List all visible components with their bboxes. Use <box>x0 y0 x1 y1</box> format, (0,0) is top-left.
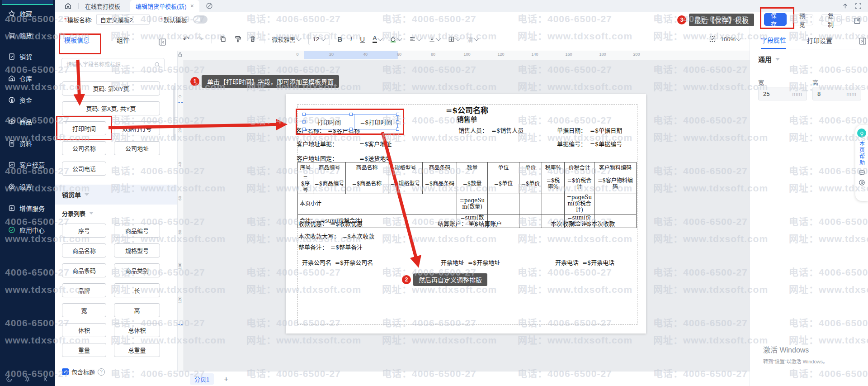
selection-handle[interactable] <box>302 113 306 116</box>
copy-button[interactable]: 复制 <box>821 14 842 25</box>
doc-account-line[interactable]: 结算账户：=$结算账户 <box>438 219 502 228</box>
field-button-total-weight[interactable]: 总重量 <box>114 343 160 357</box>
close-tab-icon[interactable]: × <box>190 2 194 10</box>
tab-template-info[interactable]: 模板信息 <box>64 35 90 44</box>
selection-handle[interactable] <box>302 120 306 124</box>
field-button-page-x-y[interactable]: 页码: 第X页, 共Y页 <box>62 101 160 115</box>
collapse-float-bar-icon[interactable] <box>859 179 865 186</box>
field-button-row-number[interactable]: 数据行行号 <box>114 121 160 135</box>
sidebar-item-sales[interactable]: 销货 <box>0 48 55 66</box>
sidebar-item-value-added[interactable]: 增值服务 <box>0 199 55 217</box>
field-button-page-xy[interactable]: 页码: 第X/Y页 <box>62 81 160 95</box>
sidebar-item-favorites[interactable]: 收藏 <box>0 5 55 23</box>
field-search-input[interactable] <box>66 61 154 68</box>
page-help-button[interactable]: 本页帮助 <box>858 141 866 166</box>
collapse-panel-icon[interactable] <box>158 38 166 46</box>
italic-button[interactable]: I <box>350 35 352 43</box>
section-entry-list[interactable]: 分录列表 <box>55 207 177 219</box>
field-button-weight[interactable]: 重量 <box>62 343 106 357</box>
field-button-barcode[interactable]: 商品条码 <box>62 263 106 277</box>
template-name-input[interactable] <box>96 14 150 25</box>
selection-handle[interactable] <box>302 128 306 131</box>
section-general-label[interactable]: 通用 <box>758 54 772 64</box>
dark-mode-moon-icon[interactable] <box>6 376 13 382</box>
doc-invoice-company-line[interactable]: 开票公司名=$开票公司名 <box>302 258 373 267</box>
doc-received-cap-line[interactable]: 本次收款大写：=$本次收款 <box>298 232 374 240</box>
sidebar-item-goods[interactable]: 商品 <box>0 113 55 131</box>
sidebar-item-funds[interactable]: 资金 <box>0 91 55 109</box>
sidebar-item-customer-ops[interactable]: 客户经营 <box>0 156 55 174</box>
field-button-brand[interactable]: 品牌 <box>62 283 106 297</box>
field-button-company-name[interactable]: 公司名称 <box>62 141 106 155</box>
expand-window-icon[interactable] <box>854 17 861 24</box>
field-button-seq[interactable]: 序号 <box>62 224 106 238</box>
tab-overflow-icon[interactable] <box>206 2 213 10</box>
copy-icon[interactable] <box>219 35 226 43</box>
field-button-length[interactable]: 长 <box>114 283 160 297</box>
help-question-icon[interactable]: ? <box>98 368 105 376</box>
panel-scrollbar[interactable] <box>173 86 175 140</box>
underline-button[interactable]: U <box>360 35 365 43</box>
feedback-chat-icon[interactable] <box>859 169 865 176</box>
sidebar-item-warehouse[interactable]: 仓库 <box>0 69 55 87</box>
selection-handle[interactable] <box>349 113 353 116</box>
height-input[interactable]: 8 mm <box>812 87 861 100</box>
print-time-label-cell[interactable]: 打印时间 <box>304 114 354 129</box>
doc-address2-line[interactable]: 客户地址固定：=$送货地址 <box>297 154 392 162</box>
doc-address1-line[interactable]: 客户地址单据：=$客户地址 <box>297 139 392 148</box>
fullscreen-icon[interactable] <box>855 3 862 10</box>
fit-selection-icon[interactable] <box>709 35 716 43</box>
selection-handle[interactable] <box>396 128 399 131</box>
sidebar-item-settings[interactable]: 设置 <box>0 177 55 195</box>
sidebar-item-app-center[interactable]: 应用中心 <box>0 221 55 239</box>
sidebar-item-archive[interactable]: 资料 <box>0 134 55 152</box>
brightness-icon[interactable] <box>24 376 31 382</box>
include-title-checkbox[interactable]: ✓ <box>62 368 69 375</box>
tab-components[interactable]: 组件 <box>117 35 129 44</box>
undo-icon[interactable]: ↶ <box>183 34 189 44</box>
collapse-sidebar-icon[interactable] <box>42 376 49 382</box>
selected-print-time-widget[interactable]: 打印时间 =$打印时间 <box>304 114 398 129</box>
print-time-value-cell[interactable]: =$打印时间 <box>355 114 397 129</box>
fill-color-button[interactable] <box>390 36 401 43</box>
template-sheet[interactable]: =$公司名称 销售单 打印时间 =$打印时间 客户名称：=$客户名称 销售人员：… <box>286 94 646 334</box>
field-button-item-name[interactable]: 商品名称 <box>62 243 106 257</box>
field-button-item-no[interactable]: 商品编号 <box>114 224 160 238</box>
format-painter-icon[interactable] <box>234 35 241 43</box>
field-button-category[interactable]: 商品类别 <box>114 263 160 277</box>
home-icon[interactable] <box>64 2 72 10</box>
sidebar-item-purchase[interactable]: 购货 <box>0 26 55 44</box>
delete-icon[interactable] <box>249 35 256 43</box>
items-table[interactable]: 序号商品编号 商品名称规格型号 商品条码数量 单位单价 税率%价税合计 客户物料… <box>297 162 637 228</box>
align-button[interactable] <box>409 36 421 43</box>
doc-remark-line[interactable]: 整单备注：=$整单备注 <box>298 243 363 251</box>
doc-invoice-tel-line[interactable]: 开票电话=$开票电话 <box>555 258 614 267</box>
field-button-company-address[interactable]: 公司地址 <box>114 141 160 155</box>
page-tab-1[interactable]: 分页1 <box>190 373 214 385</box>
save-button[interactable]: 保存 <box>764 13 787 26</box>
doc-number-line[interactable]: 单据编号：=$单据编号 <box>557 139 622 148</box>
bold-button[interactable]: B <box>338 35 343 43</box>
help-bulb-icon[interactable] <box>857 129 866 138</box>
doc-received-line[interactable]: 本次收款：=$本次收款 <box>551 219 615 228</box>
selection-handle[interactable] <box>349 128 353 131</box>
vertical-align-button[interactable] <box>429 36 440 43</box>
collapse-right-panel-icon[interactable] <box>859 37 867 45</box>
tab-template-list[interactable]: 在线套打模板 <box>85 2 120 10</box>
add-page-button[interactable]: + <box>224 375 228 384</box>
field-button-total-volume[interactable]: 总体积 <box>114 323 160 337</box>
field-button-width[interactable]: 宽 <box>62 303 106 317</box>
selection-handle[interactable] <box>396 113 399 116</box>
field-button-print-time[interactable]: 打印时间 <box>62 121 106 135</box>
doc-date-line[interactable]: 单据日期：=$单据日期 <box>557 126 622 134</box>
tab-edit-template[interactable]: 编辑销货单模板(新) × <box>130 0 199 12</box>
field-button-spec[interactable]: 规格型号 <box>114 243 160 257</box>
font-family-select[interactable]: 微软雅黑 <box>272 35 301 43</box>
font-size-select[interactable]: 12 <box>308 33 330 45</box>
zoom-level-select[interactable]: 100% <box>721 36 741 43</box>
doc-invoice-address-line[interactable]: 开票地址=$开票地址 <box>441 258 500 267</box>
field-button-volume[interactable]: 体积 <box>62 323 106 337</box>
field-button-height[interactable]: 高 <box>114 303 160 317</box>
doc-salesperson-line[interactable]: 销售人员：=$销售人员 <box>458 126 524 134</box>
font-color-button[interactable]: A <box>373 35 382 43</box>
